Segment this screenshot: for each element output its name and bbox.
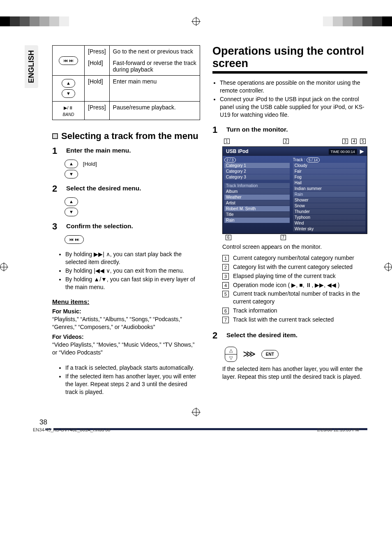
menu-items-heading: Menu items:	[52, 298, 200, 306]
screen-callout: 7	[281, 235, 286, 240]
up-icon: ▲	[65, 197, 78, 206]
selecting-heading: Selecting a track from the menu	[52, 131, 200, 141]
intro-bullets: These operations are possible on the mon…	[212, 79, 367, 118]
screen-callout: 2	[283, 139, 289, 144]
up-icon: ▲	[65, 160, 78, 168]
category-row: Category 3	[224, 174, 290, 180]
track-counter: 5 / 14	[307, 158, 320, 162]
step-r2: 2 Select the desired item.	[212, 330, 367, 341]
screen-callout: 5	[360, 139, 366, 144]
desc-pause: Pause/resume playback.	[109, 102, 200, 120]
footer: EN34-43_KD-DV7402_001A_f.indd 38 2/20/08…	[33, 427, 359, 432]
footer-date: 2/20/08 12:13:39 PM	[317, 427, 359, 432]
updown-icon: △▽	[225, 347, 237, 362]
playpause-icon: ▶/⏸BAND	[53, 102, 85, 120]
mode-hold2: [Hold]	[85, 76, 110, 102]
control-screen: USB iPod TIME 00:00:14 ▶ 2 / 3 Category …	[222, 146, 367, 234]
control-screen-caption: Control screen appears on the monitor.	[222, 243, 367, 250]
desc-mainmenu: Enter main menu	[109, 76, 200, 102]
updown-icon: ▲▼	[53, 76, 85, 102]
screen-callout: 6	[226, 235, 231, 240]
skip-icon: ⏮ ⏭	[65, 235, 84, 244]
track-info-head: Track Information	[224, 183, 290, 188]
mode-press: [Press]	[85, 46, 110, 58]
screen-callout: 4	[351, 139, 357, 144]
down-icon: ▼	[65, 170, 78, 178]
category-row: Category 2	[224, 169, 290, 174]
operations-title: Operations using the control screen	[212, 45, 367, 70]
hold-bullets: By holding ▶▶| ∧, you can start play bac…	[52, 250, 200, 291]
hold-label: [Hold]	[83, 161, 97, 167]
arrow-right-icon: ⋙	[243, 349, 256, 359]
mode-press2: [Press]	[85, 102, 110, 120]
screen-callout: 3	[342, 139, 348, 144]
category-counter: 2 / 3	[224, 158, 236, 162]
screen-mode: USB iPod	[226, 148, 249, 154]
page-number: 38	[25, 418, 367, 426]
for-videos-head: For Videos:	[52, 334, 200, 340]
mode-hold: [Hold]	[85, 57, 110, 76]
for-music-head: For Music:	[52, 308, 200, 315]
step-3: 3 Confirm the selection.	[52, 221, 200, 232]
step-2: 2 Select the desired menu.	[52, 183, 200, 194]
category-row: Category 1	[224, 163, 290, 168]
step-r1: 1 Turn on the monitor.	[212, 125, 367, 135]
footer-file: EN34-43_KD-DV7402_001A_f.indd 38	[33, 427, 110, 432]
screen-callout: 1	[224, 139, 230, 144]
language-tab: ENGLISH	[25, 45, 38, 88]
step-1: 1 Enter the main menu.	[52, 146, 200, 156]
ent-button: ENT	[261, 350, 279, 359]
down-icon: ▼	[65, 208, 78, 216]
step-r2-text: If the selected item has another layer, …	[222, 365, 367, 381]
controls-table: ⏮ ⏭ [Press] Go to the next or previous t…	[52, 45, 200, 120]
for-music-text: “Playlists,” “Artists,” “Albums,” “Songs…	[52, 315, 200, 331]
post-bullets: If a track is selected, playback starts …	[52, 364, 200, 396]
desc-skip-press: Go to the next or previous track	[109, 46, 200, 58]
for-videos-text: “Video Playlists,” “Movies,” “Music Vide…	[52, 341, 200, 357]
skip-icon: ⏮ ⏭	[53, 46, 85, 76]
screen-desc-list: 1Current category number/total category …	[222, 254, 367, 324]
desc-skip-hold: Fast-forward or reverse the track during…	[109, 57, 200, 76]
